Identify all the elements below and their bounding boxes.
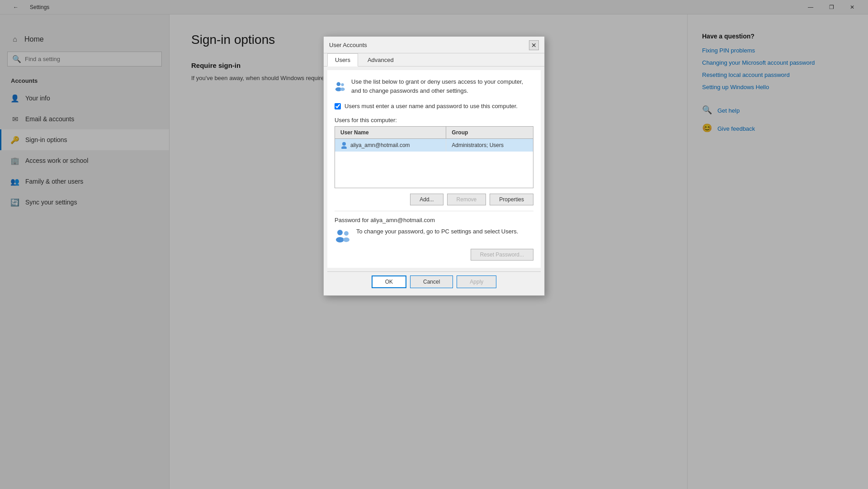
dialog-titlebar: User Accounts ✕	[324, 37, 544, 53]
svg-point-0	[336, 82, 340, 86]
svg-point-5	[341, 146, 347, 149]
user-cell: aliya_amn@hotmail.com	[340, 142, 440, 149]
password-section: Password for aliya_amn@hotmail.com To ch…	[335, 211, 533, 261]
password-info-icon	[335, 228, 351, 244]
cancel-button[interactable]: Cancel	[410, 275, 453, 288]
password-label: Password for aliya_amn@hotmail.com	[335, 217, 533, 223]
user-action-buttons: Add... Remove Properties	[335, 194, 533, 205]
col-header-user-name: User Name	[335, 127, 446, 139]
dialog-info-text: Use the list below to grant or deny user…	[351, 77, 533, 95]
col-header-group: Group	[446, 127, 533, 139]
dialog-footer: OK Cancel Apply	[327, 271, 541, 292]
svg-point-3	[340, 88, 345, 91]
user-accounts-dialog: User Accounts ✕ Users Advanced Use the l…	[323, 36, 545, 296]
tab-users[interactable]: Users	[327, 53, 358, 66]
checkbox-row: Users must enter a user name and passwor…	[335, 103, 533, 109]
tab-advanced[interactable]: Advanced	[360, 53, 401, 66]
password-info: To change your password, go to PC settin…	[335, 228, 533, 244]
dialog-tabs: Users Advanced	[324, 53, 544, 66]
users-empty-area	[335, 152, 533, 188]
checkbox-label[interactable]: Users must enter a user name and passwor…	[344, 103, 518, 109]
apply-button[interactable]: Apply	[457, 275, 496, 288]
dialog-info: Use the list below to grant or deny user…	[335, 77, 533, 95]
dialog-close-button[interactable]: ✕	[529, 40, 539, 50]
add-button[interactable]: Add...	[410, 194, 443, 205]
svg-point-4	[342, 142, 346, 146]
dialog-body: Use the list below to grant or deny user…	[327, 70, 541, 268]
users-icon	[335, 77, 346, 95]
reset-password-button[interactable]: Reset Password...	[471, 249, 533, 261]
modal-overlay: User Accounts ✕ Users Advanced Use the l…	[0, 0, 868, 489]
svg-point-8	[344, 231, 349, 236]
user-name-cell: aliya_amn@hotmail.com	[335, 139, 446, 152]
users-for-computer-label: Users for this computer:	[335, 117, 533, 123]
dialog-title: User Accounts	[329, 42, 367, 52]
users-password-checkbox[interactable]	[335, 103, 341, 109]
svg-point-6	[337, 230, 343, 235]
group-cell: Administrators; Users	[446, 139, 533, 152]
password-info-text: To change your password, go to PC settin…	[356, 228, 518, 235]
user-name-value: aliya_amn@hotmail.com	[350, 142, 410, 148]
users-table: User Name Group aliya_amn@hotmai	[335, 126, 533, 188]
table-row[interactable]: aliya_amn@hotmail.com Administrators; Us…	[335, 139, 533, 152]
svg-point-2	[341, 83, 344, 86]
properties-button[interactable]: Properties	[490, 194, 533, 205]
user-row-icon	[340, 142, 348, 149]
ok-button[interactable]: OK	[372, 275, 406, 288]
svg-point-9	[343, 237, 349, 242]
svg-point-7	[336, 237, 344, 242]
remove-button[interactable]: Remove	[447, 194, 486, 205]
